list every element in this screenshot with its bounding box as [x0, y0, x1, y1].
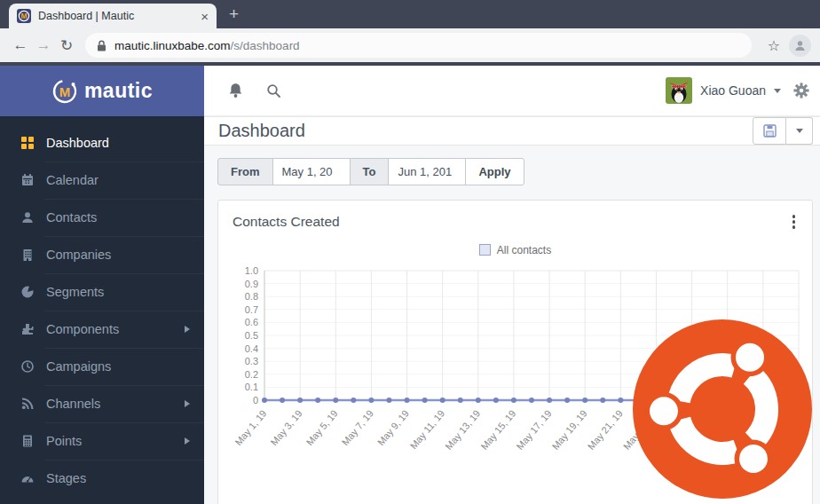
chevron-down-icon	[796, 129, 803, 133]
sidebar-item-calendar[interactable]: Calendar	[0, 161, 204, 199]
building-icon	[21, 248, 35, 262]
submenu-chevron-icon	[185, 437, 190, 445]
to-label: To	[350, 158, 390, 185]
svg-text:May 15, 19: May 15, 19	[478, 407, 517, 451]
save-dashboard-button[interactable]	[753, 117, 786, 145]
sidebar-item-label: Contacts	[46, 210, 97, 224]
svg-text:May 5, 19: May 5, 19	[304, 407, 340, 447]
browser-tabstrip: M Dashboard | Mautic × +	[0, 0, 820, 28]
submenu-chevron-icon	[185, 326, 190, 333]
date-range-filter: From To Apply	[217, 158, 524, 185]
svg-text:1.0: 1.0	[245, 265, 258, 276]
sidebar-item-contacts[interactable]: Contacts	[0, 199, 204, 236]
new-tab-button[interactable]: +	[229, 4, 239, 24]
date-from-input[interactable]	[272, 158, 351, 185]
svg-text:May 7, 19: May 7, 19	[340, 407, 375, 447]
svg-text:May 11, 19: May 11, 19	[408, 407, 447, 451]
sidebar-item-label: Calendar	[46, 173, 99, 187]
svg-text:0.3: 0.3	[245, 356, 258, 366]
tab-title: Dashboard | Mautic	[38, 10, 193, 22]
legend-swatch	[479, 244, 491, 256]
sidebar-item-stages[interactable]: Stages	[0, 460, 204, 497]
sidebar-item-dashboard[interactable]: Dashboard	[0, 124, 204, 161]
user-name: Xiao Guoan	[700, 83, 766, 98]
url-path: /s/dashboard	[231, 39, 300, 52]
svg-text:May 21, 19: May 21, 19	[586, 407, 625, 451]
save-floppy-icon	[763, 124, 777, 138]
page-toolbar: Dashboard	[204, 117, 820, 146]
svg-text:May 17, 19: May 17, 19	[514, 407, 553, 451]
mautic-logo[interactable]: M mautic	[0, 66, 204, 116]
forward-icon[interactable]: →	[32, 36, 55, 54]
svg-text:M: M	[59, 83, 71, 98]
page-title: Dashboard	[218, 121, 305, 141]
apply-button[interactable]: Apply	[465, 158, 524, 185]
settings-gear-icon[interactable]	[793, 83, 809, 98]
sidebar-item-label: Campaigns	[46, 359, 111, 374]
from-label: From	[217, 158, 273, 185]
svg-text:May 3, 19: May 3, 19	[268, 407, 304, 447]
calculator-icon	[21, 434, 35, 448]
sidebar-item-label: Points	[46, 434, 82, 448]
chevron-down-icon	[774, 89, 781, 93]
svg-text:M: M	[20, 12, 27, 20]
app-header: M mautic Xiao Guoan	[0, 66, 820, 116]
lock-icon	[97, 40, 106, 51]
svg-text:0.5: 0.5	[245, 330, 258, 341]
sidebar-item-label: Dashboard	[46, 136, 109, 150]
clock-icon	[21, 359, 35, 374]
calendar-icon	[21, 173, 35, 187]
dashboard-grid-icon	[21, 136, 35, 150]
rss-icon	[21, 397, 35, 411]
svg-text:0.2: 0.2	[245, 368, 258, 379]
sidebar-item-label: Stages	[46, 471, 86, 485]
puzzle-icon	[21, 322, 35, 336]
user-avatar	[666, 77, 692, 104]
svg-text:May 13, 19: May 13, 19	[443, 407, 482, 451]
svg-text:May 19, 19: May 19, 19	[550, 407, 589, 451]
sidebar-item-companies[interactable]: Companies	[0, 236, 204, 273]
sidebar-item-components[interactable]: Components	[0, 311, 204, 348]
svg-text:0.9: 0.9	[245, 278, 258, 288]
search-icon[interactable]	[266, 83, 281, 98]
sidebar: Dashboard Calendar Contacts Companies Se…	[0, 116, 204, 504]
user-menu[interactable]: Xiao Guoan	[666, 77, 781, 104]
svg-text:0.1: 0.1	[245, 382, 258, 392]
legend-label: All contacts	[497, 244, 551, 256]
pie-chart-icon	[21, 285, 35, 299]
url-host: mautic.linuxbabe.com	[114, 39, 231, 52]
panel-menu-kebab-icon[interactable]	[788, 212, 800, 232]
close-tab-icon[interactable]: ×	[201, 9, 209, 24]
sidebar-item-segments[interactable]: Segments	[0, 273, 204, 311]
svg-text:0.7: 0.7	[245, 303, 258, 314]
reload-icon[interactable]: ↻	[55, 36, 78, 55]
browser-tab[interactable]: M Dashboard | Mautic ×	[9, 4, 217, 28]
svg-text:0.4: 0.4	[245, 343, 258, 353]
sidebar-item-label: Segments	[46, 285, 104, 299]
svg-text:0: 0	[253, 395, 258, 406]
sidebar-item-points[interactable]: Points	[0, 422, 204, 460]
sidebar-item-channels[interactable]: Channels	[0, 385, 204, 422]
browser-profile-icon[interactable]	[789, 35, 811, 57]
bookmark-star-icon[interactable]: ☆	[768, 37, 780, 54]
svg-text:May 1, 19: May 1, 19	[233, 407, 268, 447]
ubuntu-logo	[632, 319, 813, 500]
mautic-favicon-icon: M	[17, 9, 31, 23]
brand-wordmark: mautic	[84, 79, 153, 103]
svg-text:0.8: 0.8	[245, 291, 258, 302]
url-bar[interactable]: mautic.linuxbabe.com/s/dashboard	[85, 33, 752, 58]
svg-text:0.6: 0.6	[245, 317, 258, 327]
mautic-logo-icon: M	[51, 78, 78, 105]
date-to-input[interactable]	[388, 158, 466, 185]
sidebar-item-label: Companies	[46, 248, 111, 262]
submenu-chevron-icon	[185, 400, 190, 407]
svg-text:May 9, 19: May 9, 19	[375, 407, 411, 447]
sidebar-item-campaigns[interactable]: Campaigns	[0, 348, 204, 385]
back-icon[interactable]: ←	[9, 36, 32, 54]
panel-title: Contacts Created	[233, 214, 340, 230]
sidebar-item-label: Components	[46, 322, 119, 336]
chart-legend[interactable]: All contacts	[218, 244, 812, 256]
save-dropdown-button[interactable]	[786, 117, 813, 145]
user-icon	[21, 210, 35, 224]
notifications-bell-icon[interactable]	[228, 83, 243, 98]
